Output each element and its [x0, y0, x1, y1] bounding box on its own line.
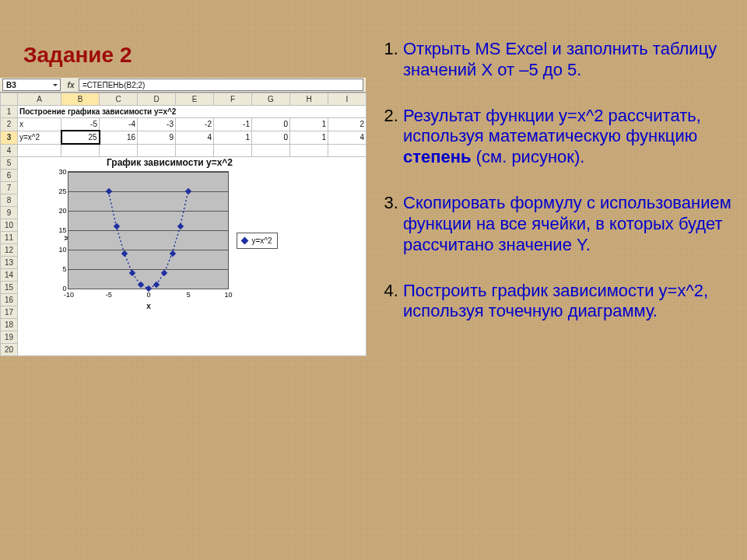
cell[interactable]: -1 [214, 118, 252, 131]
cell-title[interactable]: Построение графика зависимости y=x^2 [18, 106, 366, 118]
instruction-item: Скопировать формулу с использованием фун… [403, 193, 731, 255]
cell[interactable] [61, 144, 100, 157]
col-header-A[interactable]: A [18, 93, 61, 106]
cell[interactable]: -2 [176, 118, 214, 131]
cell[interactable] [252, 144, 290, 157]
col-header-F[interactable]: F [214, 93, 252, 106]
name-box[interactable]: B3 [2, 79, 61, 91]
row-header-19[interactable]: 19 [1, 331, 18, 344]
task-instructions: Открыть MS Excel и заполнить таблицу зна… [381, 39, 731, 347]
row-header-8[interactable]: 8 [1, 194, 18, 207]
cell[interactable]: 25 [61, 131, 100, 144]
row-header-2[interactable]: 2 [1, 118, 18, 131]
cell[interactable]: x [18, 118, 61, 131]
cell[interactable] [176, 144, 214, 157]
instruction-item: Результат функции y=x^2 рассчитать, испо… [403, 106, 731, 168]
cell[interactable]: 1 [214, 131, 252, 144]
cell[interactable] [214, 144, 252, 157]
chart-legend: y=x^2 [237, 233, 277, 249]
row-header-13[interactable]: 13 [1, 257, 18, 269]
row-header-18[interactable]: 18 [1, 319, 18, 331]
col-header-B[interactable]: B [61, 93, 100, 106]
col-header-E[interactable]: E [176, 93, 214, 106]
excel-screenshot: B3 fx =СТЕПЕНЬ(B2;2) ABCDEFGHI 1Построен… [0, 78, 366, 356]
row-header-15[interactable]: 15 [1, 282, 18, 294]
row-header-11[interactable]: 11 [1, 232, 18, 244]
cell[interactable]: 16 [100, 131, 138, 144]
legend-label: y=x^2 [251, 236, 272, 245]
row-header-16[interactable]: 16 [1, 294, 18, 306]
spreadsheet-grid[interactable]: ABCDEFGHI 1Построение графика зависимост… [0, 93, 366, 356]
row-header-10[interactable]: 10 [1, 219, 18, 232]
column-headers: ABCDEFGHI [1, 93, 366, 106]
cell[interactable]: 4 [176, 131, 214, 144]
row-header-14[interactable]: 14 [1, 269, 18, 282]
col-header-I[interactable]: I [328, 93, 366, 106]
cell[interactable]: 0 [252, 118, 290, 131]
select-all[interactable] [1, 93, 18, 106]
cell[interactable] [100, 144, 138, 157]
cell[interactable] [138, 144, 176, 157]
chart-area: График зависимости y=x^2 y 051015202530-… [18, 157, 366, 356]
legend-marker-icon [241, 237, 249, 245]
col-header-C[interactable]: C [100, 93, 138, 106]
page-title: Задание 2 [23, 43, 132, 68]
plot-area: 051015202530-10-50510 [68, 171, 229, 289]
cell[interactable]: -3 [138, 118, 176, 131]
chart-title: График зависимости y=x^2 [107, 157, 233, 168]
cell[interactable]: 1 [290, 131, 328, 144]
row-header-17[interactable]: 17 [1, 306, 18, 319]
row-header-3[interactable]: 3 [1, 131, 18, 144]
fx-icon[interactable]: fx [63, 78, 79, 92]
cell[interactable]: 4 [328, 131, 366, 144]
instruction-item: Открыть MS Excel и заполнить таблицу зна… [403, 39, 731, 81]
cell[interactable]: 1 [290, 118, 328, 131]
row-header-12[interactable]: 12 [1, 244, 18, 257]
instruction-item: Построить график зависимости y=x^2, испо… [403, 281, 731, 323]
col-header-H[interactable]: H [290, 93, 328, 106]
row-header-4[interactable]: 4 [1, 144, 18, 157]
row-header-7[interactable]: 7 [1, 182, 18, 194]
cell[interactable]: 0 [252, 131, 290, 144]
cell[interactable]: -5 [61, 118, 100, 131]
formula-bar[interactable]: =СТЕПЕНЬ(B2;2) [79, 79, 363, 91]
cell[interactable]: -4 [100, 118, 138, 131]
row-header-9[interactable]: 9 [1, 207, 18, 219]
cell[interactable] [290, 144, 328, 157]
cell[interactable] [18, 144, 61, 157]
col-header-D[interactable]: D [138, 93, 176, 106]
row-header-6[interactable]: 6 [1, 170, 18, 182]
cell[interactable] [328, 144, 366, 157]
embedded-chart: График зависимости y=x^2 y 051015202530-… [37, 157, 302, 336]
cell[interactable]: 2 [328, 118, 366, 131]
row-header-20[interactable]: 20 [1, 344, 18, 356]
row-header-1[interactable]: 1 [1, 106, 18, 118]
cell[interactable]: 9 [138, 131, 176, 144]
cell[interactable]: y=x^2 [18, 131, 61, 144]
x-axis-label: x [146, 302, 151, 310]
col-header-G[interactable]: G [252, 93, 290, 106]
formula-bar-row: B3 fx =СТЕПЕНЬ(B2;2) [0, 78, 366, 93]
row-header-5[interactable]: 5 [1, 157, 18, 170]
